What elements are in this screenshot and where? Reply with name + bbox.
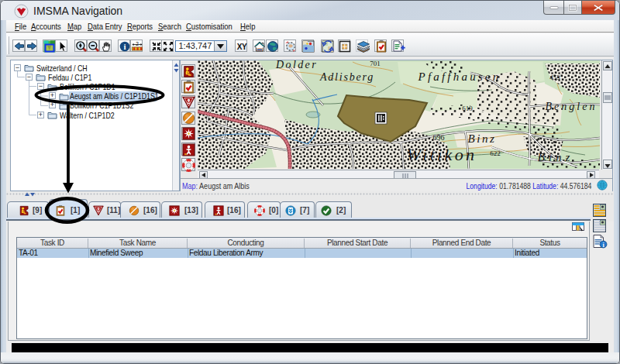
svg-text:Dolder: Dolder bbox=[275, 60, 318, 70]
svg-text:Binz: Binz bbox=[538, 151, 574, 163]
svg-text:622: 622 bbox=[490, 149, 501, 157]
svg-text:Pfaffhausen: Pfaffhausen bbox=[418, 70, 501, 83]
svg-text:XY: XY bbox=[236, 43, 246, 51]
svg-text:701: 701 bbox=[370, 60, 381, 67]
svg-text:i: i bbox=[123, 42, 126, 51]
svg-text:619: 619 bbox=[462, 105, 473, 112]
svg-text:Benglen: Benglen bbox=[546, 101, 598, 112]
svg-text:2: 2 bbox=[136, 41, 139, 46]
svg-text:Binz: Binz bbox=[467, 132, 496, 145]
svg-text:453: 453 bbox=[549, 74, 560, 81]
svg-text:Witikon: Witikon bbox=[406, 145, 477, 164]
svg-text:Adlisberg: Adlisberg bbox=[319, 71, 374, 83]
